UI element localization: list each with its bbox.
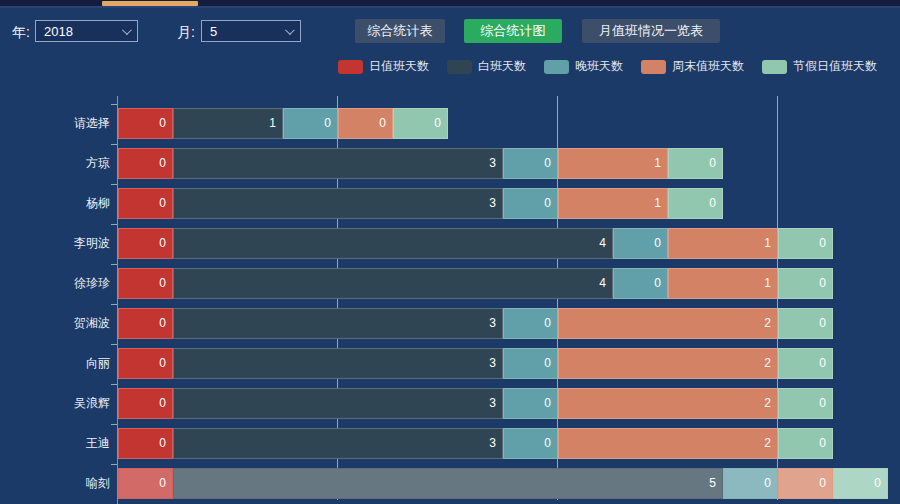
bar-segment[interactable]: 0 [118, 188, 173, 219]
segment-value-label: 0 [874, 469, 881, 498]
axis-tick [111, 304, 117, 305]
segment-value-label: 0 [544, 389, 551, 418]
segment-value-label: 0 [544, 149, 551, 178]
segment-value-label: 0 [654, 229, 661, 258]
bar-segment[interactable]: 1 [668, 228, 778, 259]
stacked-bar: 01000 [118, 108, 448, 139]
chart-row: 喻刻05000 [0, 468, 900, 499]
axis-tick [111, 464, 117, 465]
bar-segment[interactable]: 0 [118, 468, 173, 499]
bar-segment[interactable]: 0 [778, 228, 833, 259]
bar-segment[interactable]: 0 [778, 428, 833, 459]
bar-segment[interactable]: 4 [173, 228, 613, 259]
bar-segment[interactable]: 0 [283, 108, 338, 139]
segment-value-label: 0 [819, 309, 826, 338]
bar-segment[interactable]: 0 [503, 308, 558, 339]
bar-segment[interactable]: 0 [833, 468, 888, 499]
segment-value-label: 0 [159, 309, 166, 338]
bar-segment[interactable]: 0 [118, 388, 173, 419]
stacked-bar: 05000 [118, 468, 888, 499]
bar-segment[interactable]: 0 [668, 188, 723, 219]
bar-segment[interactable]: 0 [118, 108, 173, 139]
bar-segment[interactable]: 0 [338, 108, 393, 139]
category-label: 徐珍珍 [0, 268, 110, 299]
segment-value-label: 1 [764, 269, 771, 298]
bar-segment[interactable]: 0 [393, 108, 448, 139]
bar-segment[interactable]: 0 [613, 228, 668, 259]
bar-segment[interactable]: 0 [118, 228, 173, 259]
segment-value-label: 1 [269, 109, 276, 138]
segment-value-label: 3 [489, 149, 496, 178]
bar-segment[interactable]: 1 [558, 188, 668, 219]
bar-segment[interactable]: 0 [118, 268, 173, 299]
bar-segment[interactable]: 4 [173, 268, 613, 299]
bar-segment[interactable]: 2 [558, 388, 778, 419]
segment-value-label: 0 [654, 269, 661, 298]
bar-segment[interactable]: 0 [118, 148, 173, 179]
segment-value-label: 0 [159, 429, 166, 458]
axis-tick [111, 384, 117, 385]
segment-value-label: 0 [709, 149, 716, 178]
axis-tick [111, 264, 117, 265]
bar-segment[interactable]: 0 [778, 388, 833, 419]
category-label: 向丽 [0, 348, 110, 379]
category-label: 喻刻 [0, 468, 110, 499]
category-label: 吴浪辉 [0, 388, 110, 419]
category-label: 李明波 [0, 228, 110, 259]
bar-segment[interactable]: 3 [173, 308, 503, 339]
bar-segment[interactable]: 0 [503, 148, 558, 179]
category-label: 杨柳 [0, 188, 110, 219]
segment-value-label: 5 [709, 469, 716, 498]
bar-segment[interactable]: 3 [173, 348, 503, 379]
segment-value-label: 2 [764, 309, 771, 338]
bar-segment[interactable]: 0 [778, 308, 833, 339]
bar-segment[interactable]: 0 [778, 468, 833, 499]
bar-segment[interactable]: 3 [173, 148, 503, 179]
bar-segment[interactable]: 1 [668, 268, 778, 299]
bar-segment[interactable]: 1 [173, 108, 283, 139]
segment-value-label: 2 [764, 429, 771, 458]
segment-value-label: 0 [159, 189, 166, 218]
segment-value-label: 0 [819, 269, 826, 298]
bar-segment[interactable]: 3 [173, 428, 503, 459]
bar-segment[interactable]: 2 [558, 308, 778, 339]
bar-segment[interactable]: 0 [118, 428, 173, 459]
bar-segment[interactable]: 3 [173, 188, 503, 219]
bar-segment[interactable]: 2 [558, 428, 778, 459]
category-label: 贺湘波 [0, 308, 110, 339]
stacked-bar: 03020 [118, 308, 833, 339]
segment-value-label: 2 [764, 349, 771, 378]
segment-value-label: 1 [654, 149, 661, 178]
bar-segment[interactable]: 1 [558, 148, 668, 179]
bar-segment[interactable]: 5 [173, 468, 723, 499]
segment-value-label: 3 [489, 389, 496, 418]
segment-value-label: 0 [819, 469, 826, 498]
bar-segment[interactable]: 0 [503, 428, 558, 459]
segment-value-label: 1 [764, 229, 771, 258]
category-label: 请选择 [0, 108, 110, 139]
segment-value-label: 0 [159, 349, 166, 378]
bar-segment[interactable]: 0 [503, 348, 558, 379]
stacked-bar: 03020 [118, 348, 833, 379]
segment-value-label: 0 [159, 469, 166, 498]
bar-segment[interactable]: 3 [173, 388, 503, 419]
bar-segment[interactable]: 0 [778, 348, 833, 379]
bar-segment[interactable]: 0 [723, 468, 778, 499]
segment-value-label: 0 [159, 389, 166, 418]
segment-value-label: 4 [599, 229, 606, 258]
stacked-bar: 03010 [118, 148, 723, 179]
bar-segment[interactable]: 2 [558, 348, 778, 379]
bar-segment[interactable]: 0 [503, 388, 558, 419]
axis-tick [111, 424, 117, 425]
bar-segment[interactable]: 0 [668, 148, 723, 179]
bar-segment[interactable]: 0 [503, 188, 558, 219]
segment-value-label: 0 [379, 109, 386, 138]
segment-value-label: 2 [764, 389, 771, 418]
stacked-bar: 03020 [118, 428, 833, 459]
bar-segment[interactable]: 0 [118, 348, 173, 379]
bar-segment[interactable]: 0 [778, 268, 833, 299]
axis-tick [111, 104, 117, 105]
segment-value-label: 3 [489, 349, 496, 378]
bar-segment[interactable]: 0 [118, 308, 173, 339]
bar-segment[interactable]: 0 [613, 268, 668, 299]
